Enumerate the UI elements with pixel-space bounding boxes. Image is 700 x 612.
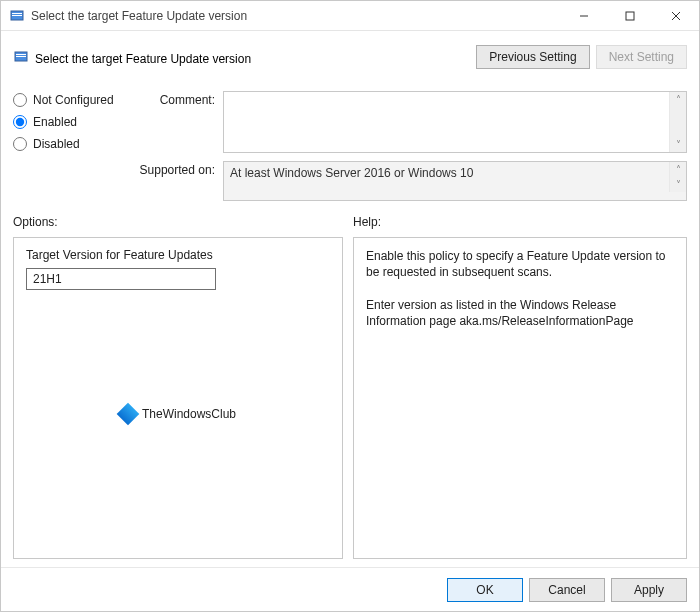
comment-scrollbar[interactable]: ˄ ˅ — [669, 92, 686, 152]
supported-value: At least Windows Server 2016 or Windows … — [224, 162, 669, 184]
state-radios: Not Configured Enabled Disabled — [13, 91, 123, 209]
dialog-body: Select the target Feature Update version… — [1, 31, 699, 567]
radio-enabled-input[interactable] — [13, 115, 27, 129]
help-label: Help: — [353, 215, 687, 231]
options-panel: Target Version for Feature Updates TheWi… — [13, 237, 343, 559]
watermark-text: TheWindowsClub — [142, 407, 236, 421]
options-column: Options: Target Version for Feature Upda… — [13, 215, 343, 559]
radio-not-configured-label: Not Configured — [33, 93, 114, 107]
dialog-window: Select the target Feature Update version… — [0, 0, 700, 612]
radio-disabled[interactable]: Disabled — [13, 137, 123, 151]
radio-enabled[interactable]: Enabled — [13, 115, 123, 129]
mid-fields: Comment: ˄ ˅ Supported on: At least Wind… — [135, 91, 687, 209]
supported-scrollbar[interactable]: ˄ ˅ — [669, 162, 686, 192]
titlebar: Select the target Feature Update version — [1, 1, 699, 31]
svg-rect-8 — [16, 54, 26, 55]
window-title: Select the target Feature Update version — [31, 9, 561, 23]
comment-row: Comment: ˄ ˅ — [135, 91, 687, 153]
apply-button[interactable]: Apply — [611, 578, 687, 602]
policy-icon — [13, 49, 29, 68]
scroll-up-icon: ˄ — [676, 92, 681, 107]
help-text: Enable this policy to specify a Feature … — [366, 248, 674, 329]
scroll-down-icon: ˅ — [676, 177, 681, 192]
ok-button[interactable]: OK — [447, 578, 523, 602]
supported-label: Supported on: — [135, 161, 215, 177]
watermark: TheWindowsClub — [120, 406, 236, 422]
columns: Options: Target Version for Feature Upda… — [13, 215, 687, 559]
close-button[interactable] — [653, 1, 699, 30]
cancel-button[interactable]: Cancel — [529, 578, 605, 602]
help-column: Help: Enable this policy to specify a Fe… — [353, 215, 687, 559]
app-icon — [9, 8, 25, 24]
policy-title-block: Select the target Feature Update version — [13, 49, 251, 68]
radio-disabled-label: Disabled — [33, 137, 80, 151]
watermark-logo-icon — [117, 403, 140, 426]
svg-rect-4 — [626, 12, 634, 20]
previous-setting-button[interactable]: Previous Setting — [476, 45, 589, 69]
options-label: Options: — [13, 215, 343, 231]
help-panel: Enable this policy to specify a Feature … — [353, 237, 687, 559]
supported-box: At least Windows Server 2016 or Windows … — [223, 161, 687, 201]
supported-row: Supported on: At least Windows Server 20… — [135, 161, 687, 201]
config-row: Not Configured Enabled Disabled Comment: — [13, 91, 687, 209]
nav-buttons: Previous Setting Next Setting — [476, 45, 687, 69]
comment-box: ˄ ˅ — [223, 91, 687, 153]
target-version-input[interactable] — [26, 268, 216, 290]
svg-rect-2 — [12, 15, 22, 16]
header-row: Select the target Feature Update version… — [13, 41, 687, 77]
comment-input[interactable] — [224, 92, 669, 152]
target-version-label: Target Version for Feature Updates — [26, 248, 330, 262]
scroll-down-icon: ˅ — [676, 137, 681, 152]
svg-rect-1 — [12, 13, 22, 14]
window-controls — [561, 1, 699, 30]
dialog-footer: OK Cancel Apply — [1, 567, 699, 611]
svg-rect-9 — [16, 56, 26, 57]
radio-enabled-label: Enabled — [33, 115, 77, 129]
comment-label: Comment: — [135, 91, 215, 107]
maximize-button[interactable] — [607, 1, 653, 30]
next-setting-button[interactable]: Next Setting — [596, 45, 687, 69]
radio-disabled-input[interactable] — [13, 137, 27, 151]
minimize-button[interactable] — [561, 1, 607, 30]
radio-not-configured-input[interactable] — [13, 93, 27, 107]
scroll-up-icon: ˄ — [676, 162, 681, 177]
policy-title: Select the target Feature Update version — [35, 52, 251, 66]
radio-not-configured[interactable]: Not Configured — [13, 93, 123, 107]
